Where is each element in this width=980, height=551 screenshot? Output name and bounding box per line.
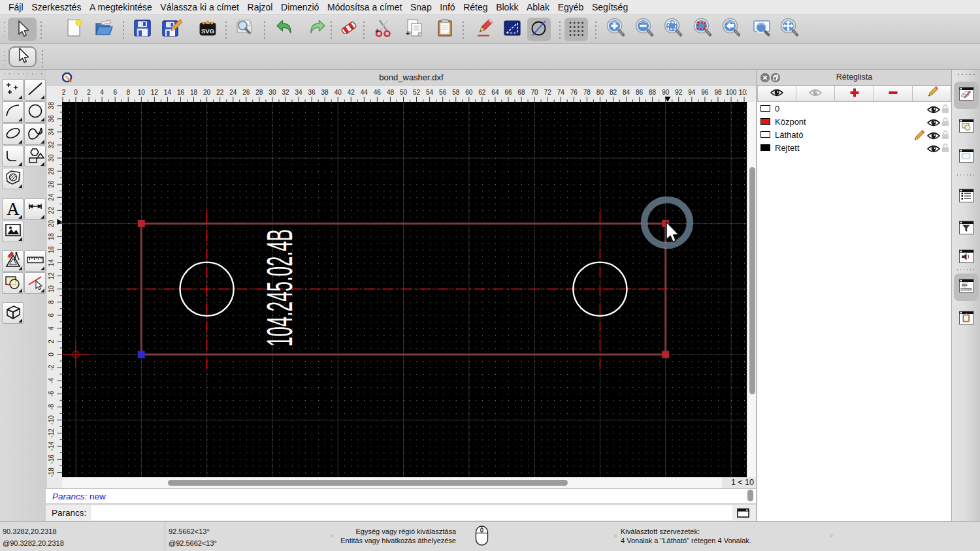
selection-pointer-button[interactable] <box>8 46 37 67</box>
ellipse-tool-button[interactable] <box>2 123 24 145</box>
menu-rajzol[interactable]: Rajzol <box>243 2 277 12</box>
svg-text:72: 72 <box>544 89 552 96</box>
layer-row-0[interactable]: 0 <box>757 102 951 115</box>
draw-attributes-button[interactable] <box>473 18 497 41</box>
shapes-tool-button[interactable] <box>24 146 46 167</box>
delete-button[interactable] <box>337 18 361 41</box>
layer-visibility-eye-icon[interactable] <box>926 144 941 156</box>
explode-tool-button[interactable] <box>24 272 46 294</box>
open-drawing-button[interactable] <box>92 18 116 41</box>
zoom-select-button[interactable] <box>691 18 715 41</box>
hatch-tool-button[interactable] <box>2 168 24 189</box>
hide-all-layers-button[interactable] <box>796 86 835 102</box>
vertical-scrollbar[interactable] <box>747 102 756 477</box>
save-icon <box>131 17 154 42</box>
svg-text:32: 32 <box>282 89 289 96</box>
select-arrow-button[interactable] <box>8 18 37 41</box>
polyline-tool-button[interactable] <box>2 146 24 167</box>
arc-tool-button[interactable] <box>2 101 24 123</box>
layer-row-lathato[interactable]: Látható <box>757 128 951 141</box>
solid-3d-tool-button[interactable] <box>2 302 24 324</box>
redo-button[interactable] <box>306 18 329 41</box>
save-as-button[interactable] <box>159 18 183 41</box>
layer-row-kozpont[interactable]: Központ <box>757 115 951 128</box>
new-drawing-button[interactable] <box>62 18 86 41</box>
edit-layer-button[interactable] <box>913 86 951 102</box>
dock-clipboard-button[interactable] <box>954 306 979 333</box>
trim-tool-button[interactable] <box>2 272 24 294</box>
selection-status-line2: 4 Vonalak a "Látható" rétegen 4 Vonalak. <box>621 537 751 545</box>
coordinate-absolute: 90.3282,20.2318 <box>3 527 57 536</box>
dock-block-list-button[interactable] <box>954 114 979 141</box>
layer-row-rejtett[interactable]: Rejtett <box>757 141 951 154</box>
menu-segitseg[interactable]: Segítség <box>588 2 632 12</box>
save-button[interactable] <box>131 18 154 41</box>
dimension-tool-button[interactable] <box>24 198 46 220</box>
modify-tools-button[interactable] <box>2 250 24 272</box>
copy-button[interactable]: + <box>403 18 427 41</box>
zoom-in-button[interactable] <box>604 18 628 41</box>
zoom-pan-button[interactable] <box>778 18 802 41</box>
layer-list-panel: Réteglista 0 Központ Látható Rejtett <box>757 70 951 521</box>
svg-text:34: 34 <box>48 128 55 136</box>
horizontal-scrollbar[interactable] <box>62 477 722 488</box>
flyout-corner-icon <box>18 184 22 188</box>
drawing-canvas[interactable]: 104.245.02.4B <box>62 102 747 477</box>
zoom-previous-button[interactable] <box>720 18 743 41</box>
selection-status-line1: Kiválasztott szervezetek: <box>621 527 700 536</box>
undo-button[interactable] <box>272 18 296 41</box>
eye-open-icon <box>770 88 784 100</box>
svg-text:10: 10 <box>138 89 146 96</box>
menu-blokk[interactable]: Blokk <box>492 2 523 12</box>
circle-line-button[interactable] <box>527 18 551 41</box>
ortho-button[interactable] <box>500 18 524 41</box>
show-all-layers-button[interactable] <box>757 86 796 102</box>
image-tool-button[interactable] <box>2 221 24 242</box>
menu-modositsa-a-cimet[interactable]: Módosítsa a címet <box>323 2 406 12</box>
vertical-scrollbar-thumb[interactable] <box>749 167 755 394</box>
circle-tool-button[interactable] <box>24 101 46 123</box>
points-tool-button[interactable] <box>2 79 24 101</box>
dock-layer-list-button[interactable] <box>954 82 979 109</box>
text-tool-button[interactable]: A <box>2 198 24 220</box>
drawing-window-titlebar[interactable]: bond_washer.dxf <box>47 70 756 86</box>
command-input[interactable] <box>91 505 732 520</box>
menu-info[interactable]: Infó <box>436 2 459 12</box>
menu-fajl[interactable]: Fájl <box>8 2 27 12</box>
snap-grid-button[interactable] <box>564 18 588 41</box>
command-history-scrollbar[interactable] <box>747 490 753 501</box>
toolbar-separator <box>41 20 42 39</box>
menu-dimenzio[interactable]: Dimenzió <box>277 2 323 12</box>
remove-layer-button[interactable] <box>874 86 913 102</box>
zoom-out-button[interactable] <box>633 18 657 41</box>
menu-reteg[interactable]: Réteg <box>459 2 492 12</box>
svg-text:102: 102 <box>739 89 747 96</box>
command-keyboard-button[interactable] <box>736 506 751 520</box>
measure-tool-button[interactable] <box>24 250 46 272</box>
horizontal-scrollbar-thumb[interactable] <box>168 480 568 486</box>
cut-button[interactable]: + <box>372 18 396 41</box>
menu-egyeb[interactable]: Egyéb <box>553 2 587 12</box>
spline-tool-button[interactable] <box>24 123 46 145</box>
dock-entity-list-button[interactable] <box>954 183 979 211</box>
paste-button[interactable] <box>433 18 457 41</box>
dock-library-button[interactable] <box>954 144 979 171</box>
dock-filter-button[interactable] <box>954 215 979 243</box>
dock-command-button[interactable]: command <box>954 274 979 301</box>
layer-lock-icon[interactable] <box>941 143 950 155</box>
dock-announce-button[interactable] <box>954 244 979 272</box>
menu-snap[interactable]: Snap <box>406 2 436 12</box>
layer-panel-titlebar: Réteglista <box>757 70 951 86</box>
zoom-window-button[interactable] <box>750 18 774 41</box>
menu-a-megtekintese[interactable]: A megtekintése <box>86 2 156 12</box>
menu-szerkesztes[interactable]: Szerkesztés <box>27 2 86 12</box>
layer-name: 0 <box>775 104 779 114</box>
zoom-auto-button[interactable] <box>662 18 685 41</box>
add-layer-button[interactable] <box>835 86 874 102</box>
toolbar-separator <box>463 20 464 39</box>
export-svg-button[interactable]: SVG <box>196 18 220 41</box>
menu-ablak[interactable]: Ablak <box>523 2 554 12</box>
menu-valassza-ki-a-cimet[interactable]: Válassza ki a címet <box>156 2 243 12</box>
line-tool-button[interactable] <box>24 79 46 101</box>
print-preview-button[interactable] <box>233 18 256 41</box>
